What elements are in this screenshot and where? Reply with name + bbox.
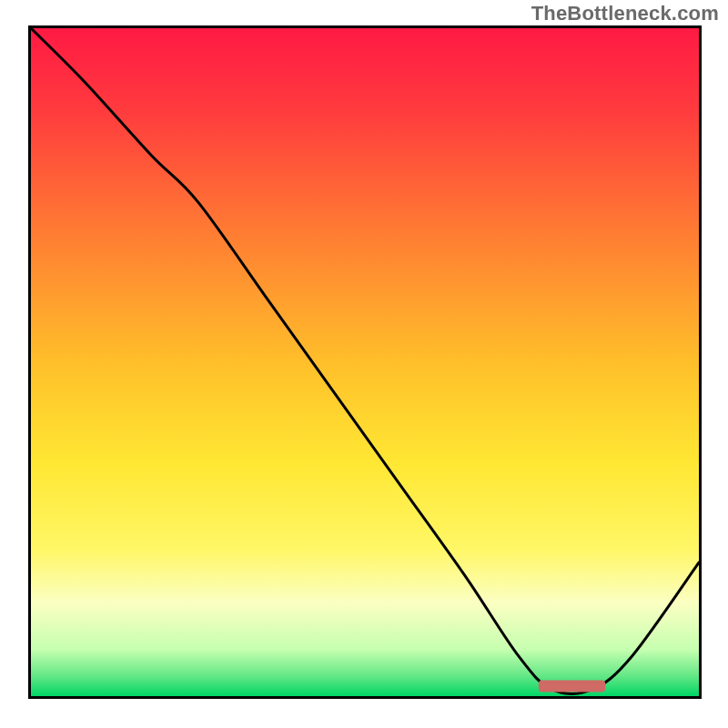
marker-rect bbox=[539, 680, 605, 692]
watermark-text: TheBottleneck.com bbox=[531, 2, 719, 25]
plot-area bbox=[28, 25, 702, 699]
minimum-marker bbox=[31, 28, 699, 696]
plot-inner bbox=[31, 28, 699, 696]
chart-frame: TheBottleneck.com bbox=[0, 0, 728, 728]
